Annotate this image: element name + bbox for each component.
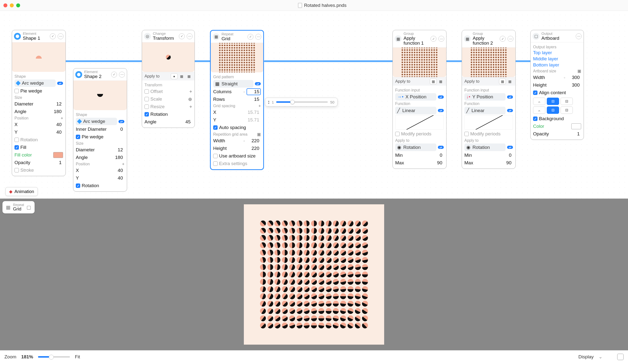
dropdown-toggle[interactable]: ▴▾: [507, 109, 513, 112]
opacity-value[interactable]: 1: [49, 160, 63, 165]
offset-checkbox[interactable]: [145, 89, 149, 94]
spacing-x-value[interactable]: 15.71: [246, 110, 261, 115]
stroke-checkbox[interactable]: [14, 168, 19, 172]
node-check-button[interactable]: ✓: [500, 36, 506, 42]
function-select[interactable]: ╱ Linear: [395, 107, 436, 114]
add-position-icon[interactable]: +: [122, 162, 124, 166]
modify-periods-checkbox[interactable]: [464, 132, 469, 136]
top-layer-link[interactable]: Top layer: [533, 50, 581, 55]
node-menu-button[interactable]: ⋯: [438, 36, 444, 42]
opacity-value[interactable]: 1: [567, 131, 581, 137]
minimize-window[interactable]: [10, 3, 14, 7]
spacing-y-value[interactable]: 15.71: [246, 117, 261, 123]
node-apply-function-1[interactable]: ▦ Group Apply function 1 ✓ ⋯ Apply to ▦▦…: [392, 30, 447, 169]
node-menu-button[interactable]: ⋯: [508, 36, 513, 42]
inner-diameter-value[interactable]: 0: [110, 127, 124, 132]
preview-node-chip[interactable]: ▦ Repeat Grid ▢: [2, 201, 35, 214]
columns-slider[interactable]: [276, 101, 328, 103]
node-check-button[interactable]: ✓: [50, 33, 56, 39]
apply-to-segment[interactable]: ●▦▦: [171, 73, 192, 79]
bg-color-swatch[interactable]: [571, 123, 581, 129]
maximize-window[interactable]: [16, 3, 20, 7]
pie-wedge-checkbox[interactable]: [14, 89, 19, 93]
add-position-icon[interactable]: +: [61, 116, 63, 120]
y-value[interactable]: 40: [110, 175, 124, 181]
node-canvas[interactable]: Element Shape 1 ✓ ⋯ Shape Arc wedge ▴▾ P…: [0, 11, 628, 199]
x-value[interactable]: 40: [49, 122, 63, 127]
align-vertical-group[interactable]: ⫠⊟⊟: [533, 106, 581, 114]
node-shape-1[interactable]: Element Shape 1 ✓ ⋯ Shape Arc wedge ▴▾ P…: [12, 30, 66, 176]
shape-kind-select[interactable]: Arc wedge: [14, 79, 56, 87]
diameter-value[interactable]: 12: [110, 147, 124, 152]
shape-kind-select[interactable]: Arc wedge: [76, 118, 117, 125]
min-value[interactable]: 0: [499, 152, 513, 158]
fill-color-swatch[interactable]: [53, 152, 63, 158]
x-value[interactable]: 40: [110, 168, 124, 173]
extra-settings-checkbox[interactable]: [213, 161, 218, 166]
zoom-slider[interactable]: [38, 356, 70, 358]
node-menu-button[interactable]: ⋯: [255, 34, 261, 40]
angle-value[interactable]: 180: [110, 155, 124, 160]
dropdown-toggle[interactable]: ▴▾: [255, 82, 261, 85]
dropdown-toggle[interactable]: ▴▾: [118, 120, 124, 123]
render-preview-area[interactable]: ▦ Repeat Grid ▢: [0, 199, 628, 350]
dropdown-toggle[interactable]: ▴▾: [438, 109, 444, 112]
apply-to-segment[interactable]: ▦▦: [430, 79, 444, 84]
rows-value[interactable]: 15: [246, 97, 261, 102]
align-horizontal-group[interactable]: ⫠⊟⊟: [533, 98, 581, 105]
width-value[interactable]: 220: [246, 138, 261, 144]
node-check-button[interactable]: ✓: [179, 33, 185, 39]
node-check-button[interactable]: ✓: [431, 36, 436, 42]
scale-checkbox[interactable]: [145, 97, 149, 101]
columns-value[interactable]: 15: [246, 88, 261, 95]
height-value[interactable]: 220: [246, 146, 261, 151]
dropdown-toggle[interactable]: ▴▾: [507, 95, 513, 99]
slider-thumb[interactable]: [290, 100, 295, 104]
diameter-value[interactable]: 12: [49, 101, 63, 107]
rotation-checkbox[interactable]: [14, 138, 19, 142]
target-select[interactable]: ◉ Rotation: [464, 144, 506, 151]
max-value[interactable]: 90: [499, 160, 513, 166]
node-menu-button[interactable]: ⋯: [119, 72, 125, 77]
dropdown-toggle[interactable]: ▴▾: [438, 146, 444, 149]
pie-wedge-checkbox[interactable]: [76, 135, 80, 139]
node-menu-button[interactable]: ⋯: [187, 33, 193, 39]
min-value[interactable]: 0: [430, 152, 444, 158]
rotation-checkbox[interactable]: [145, 112, 149, 117]
close-window[interactable]: [3, 3, 7, 7]
fullscreen-button[interactable]: [617, 354, 624, 360]
expand-icon[interactable]: ▢: [26, 204, 31, 210]
target-select[interactable]: ◉ Rotation: [395, 144, 436, 151]
bottom-layer-link[interactable]: Bottom layer: [533, 62, 581, 68]
pattern-select[interactable]: ▦ Straight: [213, 80, 253, 87]
middle-layer-link[interactable]: Middle layer: [533, 56, 581, 62]
max-value[interactable]: 90: [430, 160, 444, 166]
display-menu[interactable]: Display: [578, 354, 594, 360]
align-content-checkbox[interactable]: [533, 90, 538, 95]
fit-button[interactable]: Fit: [75, 354, 80, 360]
input-kind-select[interactable]: ↓• Y Position: [464, 93, 506, 101]
zoom-value[interactable]: 181%: [21, 354, 33, 360]
apply-to-segment[interactable]: ▦▦: [499, 79, 513, 84]
stepper-arrows[interactable]: ▴▾: [268, 100, 269, 104]
node-shape-2[interactable]: Element Shape 2 ✓ ⋯ Shape Arc wedge ▴▾ I…: [73, 68, 127, 192]
modify-periods-checkbox[interactable]: [395, 132, 400, 136]
fill-checkbox[interactable]: [14, 145, 19, 150]
node-transform[interactable]: ◎ Change Transform ✓ ⋯ Apply to ●▦▦ Tran…: [142, 30, 195, 128]
node-check-button[interactable]: ✓: [111, 72, 117, 77]
dropdown-toggle[interactable]: ▴▾: [57, 82, 63, 85]
use-artboard-size-checkbox[interactable]: [213, 154, 218, 158]
width-value[interactable]: 300: [567, 75, 581, 80]
node-grid[interactable]: ▦ Repeat Grid ✓ ⋯ Grid pattern ▦ Straigh…: [210, 30, 264, 170]
node-artboard[interactable]: ▢ Output Artboard ⋯ Output layers Top la…: [530, 30, 584, 140]
height-value[interactable]: 300: [567, 82, 581, 88]
angle-value[interactable]: 45: [178, 119, 192, 125]
input-kind-select[interactable]: →• X Position: [395, 93, 436, 101]
y-value[interactable]: 40: [49, 130, 63, 135]
angle-value[interactable]: 180: [49, 109, 63, 114]
background-checkbox[interactable]: [533, 117, 538, 121]
dropdown-toggle[interactable]: ▴▾: [507, 146, 513, 149]
function-select[interactable]: ╱ Linear: [464, 107, 506, 114]
auto-spacing-checkbox[interactable]: [213, 125, 218, 130]
node-menu-button[interactable]: ⋯: [58, 33, 64, 39]
